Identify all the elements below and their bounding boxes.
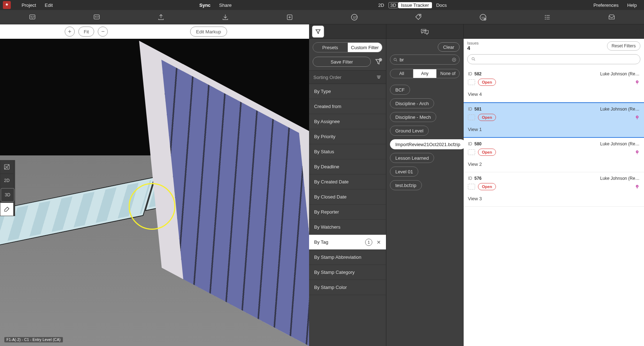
filter-item[interactable]: By Stamp Category [309,265,386,280]
issue-status: Open [478,183,496,190]
fit-button[interactable]: Fit [78,27,94,37]
zoom-out-button[interactable]: − [98,27,108,37]
tag-chip[interactable]: Lesson Learned [390,153,434,163]
tag-chip[interactable]: Level 01 [390,167,418,177]
remove-filter-icon[interactable]: ✕ [377,239,381,245]
checklist-icon[interactable] [541,11,554,23]
menu-share[interactable]: Share [215,3,236,8]
stamp-settings-icon[interactable]: ST [477,11,489,23]
menu-sync[interactable]: Sync [195,3,215,8]
filter-item[interactable]: By Tag1✕ [309,235,386,250]
mode-3d-tool[interactable]: 3D [1,188,14,202]
view-toolbar: + Fit − Edit Markup [0,24,309,39]
svg-point-25 [637,116,638,117]
filter-item[interactable]: By Priority [309,129,386,144]
tag-chip[interactable]: Ground Level [390,126,429,136]
viewport-side-tools: AB 2D 3D [0,160,15,216]
bcf-refresh-icon[interactable]: BCF [26,11,39,23]
custom-filter-segment[interactable]: Custom Filter [348,42,383,52]
filter-item[interactable]: By Created Date [309,174,386,190]
tag-search-input[interactable] [400,57,449,62]
issue-card[interactable]: ID576Luke Johnson (Revi...OpenView 3 [464,172,644,207]
menu-preferences[interactable]: Preferences [589,3,623,8]
tag-chip[interactable]: Discipline - Arch [390,98,434,108]
stamp-icon[interactable]: ST [348,11,361,23]
bcf-export-icon[interactable]: BCF [90,11,103,23]
issue-card[interactable]: ID581Luke Johnson (Revi...OpenView 1 [464,102,644,138]
svg-point-17 [425,30,426,31]
menu-docs[interactable]: Docs [432,3,451,8]
edit-markup-button[interactable]: Edit Markup [190,27,227,37]
filter-item-label: By Reporter [314,209,339,215]
clear-funnel-icon[interactable] [374,58,382,66]
tag-search[interactable] [390,55,460,65]
pin-icon[interactable] [635,150,640,155]
add-square-icon[interactable] [283,11,296,23]
filter-item-label: By Stamp Color [314,285,347,290]
issue-author: Luke Johnson (Revi... [600,141,640,146]
seg-none[interactable]: None of [436,69,460,78]
menu-edit[interactable]: Edit [40,3,57,8]
ab-tool[interactable]: AB [0,160,14,174]
issues-count: Issues 4 [467,41,479,51]
filter-item[interactable]: By Stamp Abbreviation [309,250,386,265]
seg-any[interactable]: Any [413,69,436,78]
zoom-in-button[interactable]: + [65,27,75,37]
filter-item[interactable]: By Type [309,84,386,99]
tag-chip[interactable]: Discipline - Mech [390,112,436,122]
svg-text:BCF: BCF [31,15,35,18]
tag-chip[interactable]: test.bcfzip [390,180,422,190]
menu-2d[interactable]: 2D [374,3,388,8]
upload-icon[interactable] [155,11,167,23]
menu-project[interactable]: Project [17,3,40,8]
tags-panel: Clear All Any None of BCFDiscipline - Ar… [386,24,464,346]
pin-icon[interactable] [635,80,640,85]
menu-3d[interactable]: 3D [388,2,398,8]
markup-circle[interactable] [129,183,175,230]
tag-chip[interactable]: BCF [390,85,410,95]
issue-id: 580 [474,141,482,146]
mode-2d-tool[interactable]: 2D [0,174,14,187]
issues-search-input[interactable] [478,56,636,62]
issue-card[interactable]: ID582Luke Johnson (Revi...OpenView 4 [464,68,644,102]
svg-text:ST: ST [353,16,357,19]
viewport-3d[interactable]: F1-A(-2) - C1 - Entry Level (CA) AB 2D 3… [0,39,309,346]
pin-icon[interactable] [635,115,640,120]
reset-filters-button[interactable]: Reset Filters [607,41,640,51]
clear-search-icon[interactable] [452,57,456,62]
clear-tags-button[interactable]: Clear [438,42,460,52]
sort-icon[interactable] [376,74,382,80]
tags-list: BCFDiscipline - ArchDiscipline - MechGro… [386,80,463,195]
filter-item[interactable]: Created from [309,99,386,114]
tag-chip[interactable]: ImportReview21Oct2021.bcfzip [390,139,466,149]
filter-item[interactable]: By Status [309,144,386,159]
issue-view-name: View 1 [468,127,640,132]
issue-status: Open [478,114,496,121]
save-filter-button[interactable]: Save Filter [313,57,371,67]
inbox-icon[interactable] [605,11,618,23]
issue-card[interactable]: ID580Luke Johnson (Revi...OpenView 2 [464,138,644,172]
presets-segment[interactable]: Presets [313,42,348,52]
filter-item[interactable]: By Closed Date [309,190,386,205]
filter-item[interactable]: By Stamp Color [309,280,386,295]
chat-icon[interactable] [420,28,429,36]
seg-all[interactable]: All [390,69,413,78]
pin-icon[interactable] [635,184,640,189]
issues-search[interactable] [467,54,640,64]
filter-item-label: By Status [314,149,334,154]
filter-item-label: By Stamp Abbreviation [314,254,362,260]
info-button[interactable] [635,28,641,35]
filter-item[interactable]: By Watchers [309,220,386,235]
issue-author: Luke Johnson (Revi... [600,107,640,112]
filter-item[interactable]: By Deadline [309,159,386,174]
download-icon[interactable] [219,11,232,23]
pen-tool[interactable] [0,202,14,216]
menu-help[interactable]: Help [623,3,641,8]
app-logo[interactable] [3,1,11,9]
filter-icon[interactable] [312,25,324,38]
menu-issue-tracker[interactable]: Issue Tracker [398,2,432,8]
svg-text:A: A [5,165,7,167]
filter-item[interactable]: By Reporter [309,205,386,220]
tag-icon[interactable] [412,11,425,23]
filter-item[interactable]: By Assignee [309,114,386,129]
